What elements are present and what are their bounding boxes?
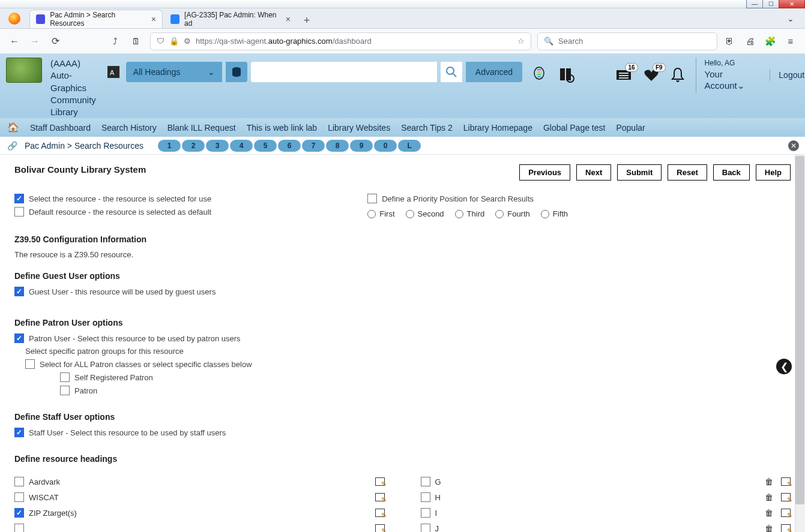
forward-button[interactable]: → <box>26 33 43 50</box>
advanced-search-button[interactable]: Advanced <box>466 62 522 82</box>
next-button[interactable]: Next <box>576 164 611 181</box>
browser-tab-inactive[interactable]: [AG-2335] Pac Admin: When ad × <box>164 10 297 28</box>
page-pill[interactable]: 7 <box>302 140 325 152</box>
page-pill[interactable]: 1 <box>158 140 181 152</box>
trash-icon[interactable]: 🗑 <box>764 492 774 502</box>
menu-icon[interactable]: ≡ <box>782 33 799 50</box>
patron-all-checkbox[interactable] <box>25 359 35 369</box>
staff-user-checkbox[interactable] <box>14 428 24 437</box>
account-menu[interactable]: Hello, AG Your Account⌄ <box>696 58 759 93</box>
reload-button[interactable]: ⟳ <box>47 33 64 50</box>
home-icon[interactable]: 🏠 <box>7 122 19 133</box>
edit-icon[interactable] <box>375 508 385 518</box>
help-button[interactable]: Help <box>756 164 791 181</box>
close-breadcrumb-icon[interactable]: ✕ <box>788 140 799 151</box>
tabs-dropdown-icon[interactable]: ⌄ <box>787 14 794 23</box>
save-to-pocket-icon[interactable]: ⛨ <box>721 33 738 50</box>
maximize-button[interactable]: ☐ <box>762 0 779 8</box>
default-resource-checkbox[interactable] <box>14 207 24 217</box>
priority-radio-fourth[interactable] <box>495 210 504 218</box>
tab-close-icon[interactable]: × <box>286 14 291 24</box>
nav-item[interactable]: Popular <box>616 123 645 133</box>
extensions-icon[interactable]: 🧩 <box>762 33 779 50</box>
heading-checkbox[interactable] <box>14 508 24 518</box>
page-pill[interactable]: 3 <box>206 140 229 152</box>
edit-icon[interactable] <box>781 477 791 486</box>
select-resource-checkbox[interactable] <box>14 194 24 203</box>
page-pill[interactable]: 2 <box>182 140 205 152</box>
main-search-input[interactable] <box>251 62 437 82</box>
logout-link[interactable]: Logout <box>770 69 805 81</box>
patron-class-label: Patron <box>74 386 97 395</box>
edit-icon[interactable] <box>375 524 385 532</box>
reset-button[interactable]: Reset <box>668 164 707 181</box>
page-pill[interactable]: 5 <box>254 140 277 152</box>
nav-item[interactable]: Library Websites <box>328 123 390 133</box>
priority-radio-fifth[interactable] <box>541 210 549 218</box>
headings-select[interactable]: All Headings ⌄ <box>126 62 222 82</box>
trash-icon[interactable]: 🗑 <box>764 524 774 532</box>
bookmark-star-icon[interactable]: ☆ <box>517 37 525 46</box>
edit-icon[interactable] <box>781 492 791 502</box>
calendar-icon[interactable]: 🗓 <box>127 33 144 50</box>
priority-radio-first[interactable] <box>367 210 376 218</box>
heading-checkbox[interactable] <box>421 524 430 532</box>
new-tab-button[interactable]: + <box>299 13 315 28</box>
language-icon[interactable]: A <box>104 63 122 81</box>
nav-item[interactable]: Global Page test <box>543 123 606 133</box>
page-pill[interactable]: 0 <box>374 140 397 152</box>
previous-button[interactable]: Previous <box>519 164 570 181</box>
breadcrumb-text[interactable]: Pac Admin > Search Resources <box>25 141 143 151</box>
page-pill[interactable]: 4 <box>230 140 253 152</box>
edit-icon[interactable] <box>375 492 385 502</box>
research-icon[interactable] <box>558 67 575 83</box>
priority-position-checkbox[interactable] <box>367 194 377 203</box>
scrollbar[interactable] <box>795 155 805 532</box>
priority-radio-second[interactable] <box>406 210 414 218</box>
address-bar[interactable]: 🛡 🔒 ⚙ https://qa-stwi-agent.auto-graphic… <box>150 32 531 50</box>
heading-checkbox[interactable] <box>421 508 430 518</box>
heading-checkbox[interactable] <box>421 492 430 502</box>
patron-class-checkbox[interactable] <box>60 386 70 395</box>
back-button[interactable]: ← <box>6 33 23 50</box>
back-button[interactable]: Back <box>713 164 750 181</box>
trash-icon[interactable]: 🗑 <box>764 477 774 486</box>
notifications-icon[interactable] <box>671 67 685 83</box>
page-pill[interactable]: 8 <box>326 140 349 152</box>
print-icon[interactable]: 🖨 <box>741 33 758 50</box>
tab-close-icon[interactable]: × <box>151 14 156 24</box>
nav-item[interactable]: Blank ILL Request <box>167 123 236 133</box>
edit-icon[interactable] <box>781 524 791 532</box>
patron-class-checkbox[interactable] <box>60 372 70 382</box>
search-button[interactable] <box>441 62 462 82</box>
trash-icon[interactable]: 🗑 <box>764 508 774 518</box>
nav-item[interactable]: Staff Dashboard <box>30 123 91 133</box>
submit-button[interactable]: Submit <box>617 164 662 181</box>
favorites-icon[interactable]: F9 <box>643 68 660 82</box>
page-pill[interactable]: 6 <box>278 140 301 152</box>
edit-icon[interactable] <box>781 508 791 518</box>
edit-icon[interactable] <box>375 477 385 486</box>
minimize-button[interactable]: — <box>746 0 763 8</box>
pocket-icon[interactable]: ⤴ <box>107 33 124 50</box>
z3950-title: Z39.50 Configuration Information <box>14 235 791 244</box>
nav-item[interactable]: Search Tips 2 <box>401 123 453 133</box>
page-pill[interactable]: L <box>398 140 421 152</box>
heading-checkbox[interactable] <box>421 477 430 486</box>
page-pill[interactable]: 9 <box>350 140 373 152</box>
browser-search-box[interactable]: 🔍 Search <box>537 32 717 50</box>
nav-item[interactable]: Search History <box>101 123 157 133</box>
heading-checkbox[interactable] <box>14 524 24 532</box>
balloon-icon[interactable] <box>531 67 547 83</box>
heading-checkbox[interactable] <box>14 492 24 502</box>
list-icon[interactable]: 16 <box>615 68 632 82</box>
guest-user-checkbox[interactable] <box>14 287 24 296</box>
browser-tab-active[interactable]: Pac Admin > Search Resources × <box>30 10 162 28</box>
close-window-button[interactable]: ✕ <box>779 0 805 8</box>
nav-item[interactable]: Library Homepage <box>463 123 532 133</box>
patron-user-checkbox[interactable] <box>14 333 24 343</box>
heading-checkbox[interactable] <box>14 477 24 486</box>
database-icon[interactable] <box>226 62 247 82</box>
priority-radio-third[interactable] <box>455 210 463 218</box>
nav-item[interactable]: This is web link lab <box>247 123 318 133</box>
